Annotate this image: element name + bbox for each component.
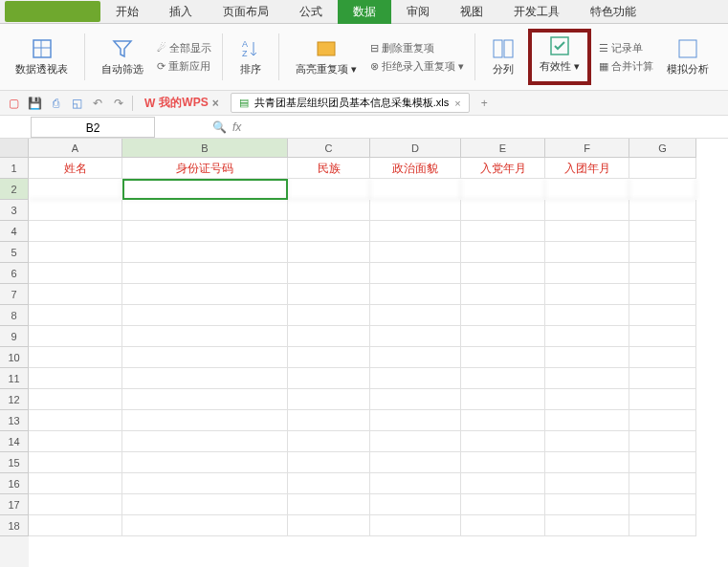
cell-F11[interactable] xyxy=(545,368,629,389)
col-head-C[interactable]: C xyxy=(288,139,370,158)
row-head-16[interactable]: 16 xyxy=(0,473,29,494)
cell-B4[interactable] xyxy=(122,221,288,242)
cell-B16[interactable] xyxy=(122,473,288,494)
cell-G15[interactable] xyxy=(629,452,696,473)
tab-review[interactable]: 审阅 xyxy=(391,0,445,24)
ribbon-highlight[interactable]: 高亮重复项 ▾ xyxy=(290,29,363,85)
cell-C5[interactable] xyxy=(288,242,370,263)
cell-G6[interactable] xyxy=(629,263,696,284)
cell-E8[interactable] xyxy=(461,305,545,326)
row-head-11[interactable]: 11 xyxy=(0,368,29,389)
cell-D17[interactable] xyxy=(370,494,461,515)
tab-formula[interactable]: 公式 xyxy=(284,0,338,24)
cell-E13[interactable] xyxy=(461,410,545,431)
cell-E1[interactable]: 入党年月 xyxy=(461,158,545,179)
ribbon-autofilter[interactable]: 自动筛选 xyxy=(96,29,149,85)
cell-E12[interactable] xyxy=(461,389,545,410)
cell-F14[interactable] xyxy=(545,431,629,452)
my-wps-button[interactable]: W我的WPS× xyxy=(139,95,225,111)
cell-B14[interactable] xyxy=(122,431,288,452)
cell-A8[interactable] xyxy=(29,305,122,326)
row-head-2[interactable]: 2 xyxy=(0,179,29,200)
cell-G4[interactable] xyxy=(629,221,696,242)
tab-dev[interactable]: 开发工具 xyxy=(498,0,575,24)
col-head-B[interactable]: B xyxy=(122,139,288,158)
cell-A3[interactable] xyxy=(29,200,122,221)
cell-A9[interactable] xyxy=(29,326,122,347)
cell-E5[interactable] xyxy=(461,242,545,263)
cell-F3[interactable] xyxy=(545,200,629,221)
cell-G18[interactable] xyxy=(629,515,696,536)
cell-C18[interactable] xyxy=(288,515,370,536)
row-head-18[interactable]: 18 xyxy=(0,515,29,536)
tab-special[interactable]: 特色功能 xyxy=(575,0,651,24)
ribbon-removedup[interactable]: ⊟删除重复项 xyxy=(370,41,464,55)
cell-F15[interactable] xyxy=(545,452,629,473)
cell-C8[interactable] xyxy=(288,305,370,326)
name-box[interactable]: B2 xyxy=(31,117,155,138)
cell-D3[interactable] xyxy=(370,200,461,221)
cell-D5[interactable] xyxy=(370,242,461,263)
tab-home[interactable]: 开始 xyxy=(100,0,154,24)
cell-E17[interactable] xyxy=(461,494,545,515)
ribbon-whatif[interactable]: 模拟分析 xyxy=(661,29,715,85)
col-head-E[interactable]: E xyxy=(461,139,545,158)
cell-E3[interactable] xyxy=(461,200,545,221)
row-head-3[interactable]: 3 xyxy=(0,200,29,221)
col-head-D[interactable]: D xyxy=(370,139,461,158)
cell-F7[interactable] xyxy=(545,284,629,305)
cell-C13[interactable] xyxy=(288,410,370,431)
cell-grid[interactable]: 姓名身份证号码民族政治面貌入党年月入团年月 xyxy=(29,158,696,567)
cell-G17[interactable] xyxy=(629,494,696,515)
cell-C2[interactable] xyxy=(288,179,370,200)
cell-A2[interactable] xyxy=(29,179,122,200)
cell-D9[interactable] xyxy=(370,326,461,347)
cell-E11[interactable] xyxy=(461,368,545,389)
cell-G14[interactable] xyxy=(629,431,696,452)
row-head-8[interactable]: 8 xyxy=(0,305,29,326)
tab-insert[interactable]: 插入 xyxy=(154,0,208,24)
cell-F1[interactable]: 入团年月 xyxy=(545,158,629,179)
close-icon[interactable]: × xyxy=(212,97,219,110)
row-head-15[interactable]: 15 xyxy=(0,452,29,473)
cell-F12[interactable] xyxy=(545,389,629,410)
col-head-G[interactable]: G xyxy=(629,139,696,158)
tab-data[interactable]: 数据 xyxy=(338,0,391,24)
cell-E16[interactable] xyxy=(461,473,545,494)
cell-E4[interactable] xyxy=(461,221,545,242)
cell-B18[interactable] xyxy=(122,515,288,536)
cell-D16[interactable] xyxy=(370,473,461,494)
cell-A6[interactable] xyxy=(29,263,122,284)
cell-A4[interactable] xyxy=(29,221,122,242)
cell-G16[interactable] xyxy=(629,473,696,494)
cell-B1[interactable]: 身份证号码 xyxy=(122,158,288,179)
row-head-10[interactable]: 10 xyxy=(0,347,29,368)
cell-B9[interactable] xyxy=(122,326,288,347)
cell-F10[interactable] xyxy=(545,347,629,368)
cell-E9[interactable] xyxy=(461,326,545,347)
cell-A1[interactable]: 姓名 xyxy=(29,158,122,179)
tab-view[interactable]: 视图 xyxy=(445,0,498,24)
cell-F6[interactable] xyxy=(545,263,629,284)
cell-E15[interactable] xyxy=(461,452,545,473)
select-all-corner[interactable] xyxy=(0,139,29,158)
cell-G5[interactable] xyxy=(629,242,696,263)
cell-E10[interactable] xyxy=(461,347,545,368)
tab-layout[interactable]: 页面布局 xyxy=(208,0,284,24)
cell-B11[interactable] xyxy=(122,368,288,389)
undo-icon[interactable]: ↶ xyxy=(90,96,105,111)
search-icon[interactable]: 🔍 xyxy=(212,120,227,134)
cell-D14[interactable] xyxy=(370,431,461,452)
add-tab-button[interactable]: + xyxy=(475,97,494,110)
ribbon-showall[interactable]: ☄全部显示 xyxy=(157,41,211,55)
row-head-6[interactable]: 6 xyxy=(0,263,29,284)
cell-F5[interactable] xyxy=(545,242,629,263)
cell-B10[interactable] xyxy=(122,347,288,368)
cell-B2[interactable] xyxy=(122,179,288,200)
cell-G3[interactable] xyxy=(629,200,696,221)
cell-F18[interactable] xyxy=(545,515,629,536)
row-head-12[interactable]: 12 xyxy=(0,389,29,410)
cell-F4[interactable] xyxy=(545,221,629,242)
cell-G7[interactable] xyxy=(629,284,696,305)
cell-D13[interactable] xyxy=(370,410,461,431)
